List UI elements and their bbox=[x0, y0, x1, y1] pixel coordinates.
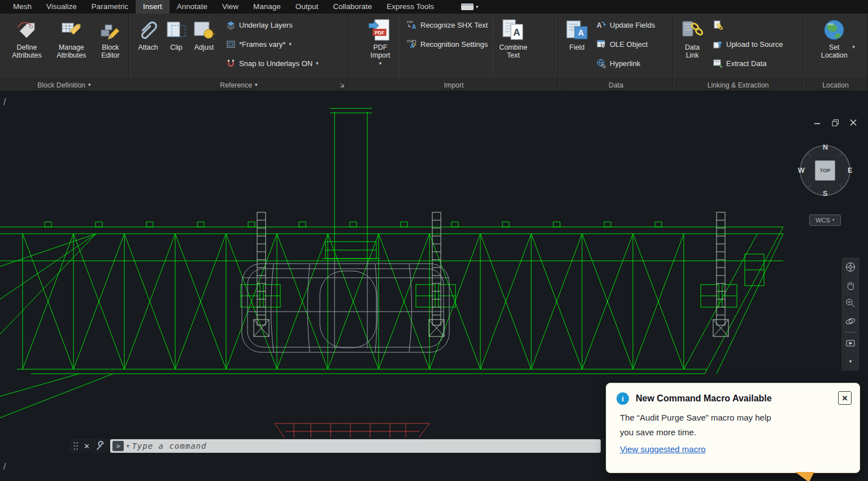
tab-annotate[interactable]: Annotate bbox=[170, 0, 215, 14]
set-location-button[interactable]: Set Location bbox=[816, 15, 852, 61]
attach-icon bbox=[136, 16, 160, 43]
svg-text:A: A bbox=[578, 28, 584, 37]
viewcube-north[interactable]: N bbox=[823, 143, 828, 151]
close-icon[interactable] bbox=[849, 119, 858, 126]
drawing-window-controls bbox=[813, 119, 858, 126]
ribbon-tab-bar: Mesh Visualize Parametric Insert Annotat… bbox=[0, 0, 868, 14]
showmotion-icon[interactable] bbox=[843, 336, 858, 351]
tab-view[interactable]: View bbox=[215, 0, 246, 14]
snap-to-underlays-button[interactable]: Snap to Underlays ON ▾ bbox=[223, 54, 322, 73]
ribbon-display-toggle[interactable]: ▾ bbox=[454, 0, 486, 14]
command-prompt-icon[interactable]: > bbox=[112, 441, 124, 451]
recognition-settings-button[interactable]: PDFA Recognition Settings bbox=[404, 34, 491, 54]
upload-to-source-icon bbox=[713, 39, 723, 49]
tab-insert[interactable]: Insert bbox=[136, 0, 170, 14]
field-button[interactable]: A Field bbox=[564, 15, 590, 53]
pan-hand-icon[interactable] bbox=[843, 278, 858, 292]
wcs-dropdown[interactable]: WCS ▾ bbox=[809, 215, 841, 226]
update-fields-icon: A bbox=[596, 20, 606, 30]
clipboard-link-icon bbox=[713, 20, 723, 30]
pdf-import-icon: PDF bbox=[367, 16, 393, 43]
svg-text:PDF: PDF bbox=[375, 29, 384, 35]
data-link-icon bbox=[679, 16, 705, 43]
ole-object-button[interactable]: OLE Object bbox=[593, 34, 658, 54]
recent-commands-chevron-icon[interactable]: ▾ bbox=[127, 444, 129, 449]
panel-title-location: Location bbox=[822, 81, 849, 89]
divider bbox=[844, 332, 857, 333]
zoom-icon[interactable] bbox=[843, 296, 858, 311]
view-suggested-macro-link[interactable]: View suggested macro bbox=[620, 444, 705, 454]
tab-express-tools[interactable]: Express Tools bbox=[379, 0, 441, 14]
info-icon: i bbox=[617, 392, 629, 405]
data-link-button[interactable]: Data Link bbox=[678, 15, 706, 61]
field-icon: A bbox=[565, 16, 589, 43]
frames-icon bbox=[226, 40, 236, 49]
recognize-shx-text-button[interactable]: PDFA Recognize SHX Text bbox=[404, 15, 491, 34]
adjust-icon bbox=[192, 16, 216, 43]
chevron-down-icon: ▾ bbox=[255, 82, 258, 88]
hyperlink-button[interactable]: Hyperlink bbox=[593, 54, 658, 73]
adjust-button[interactable]: Adjust bbox=[189, 15, 219, 53]
define-attributes-button[interactable]: Define Attributes bbox=[6, 15, 48, 61]
chevron-down-icon: ▾ bbox=[379, 61, 382, 66]
tab-visualize[interactable]: Visualize bbox=[39, 0, 84, 14]
linking-clipboard-button[interactable] bbox=[710, 15, 785, 34]
frames-vary-button[interactable]: *Frames vary* ▾ bbox=[223, 34, 322, 54]
extract-data-icon bbox=[713, 58, 723, 68]
orbit-icon[interactable] bbox=[843, 314, 858, 329]
chevron-down-icon: ▾ bbox=[316, 61, 319, 66]
full-navigation-wheel-icon[interactable] bbox=[843, 260, 858, 274]
svg-text:A: A bbox=[597, 21, 602, 29]
chevron-down-icon: ▾ bbox=[852, 45, 855, 50]
panel-import: PDF PDF Import ▾ PDFA Recognize SHX Text… bbox=[349, 14, 559, 91]
ribbon-panel-icon bbox=[461, 3, 474, 10]
command-close-icon[interactable]: ✕ bbox=[84, 442, 90, 451]
divider bbox=[399, 16, 400, 77]
tab-parametric[interactable]: Parametric bbox=[84, 0, 136, 14]
panel-location: Set Location ▾ Location bbox=[803, 14, 868, 91]
drawing-canvas[interactable]: / / N W E S TOP WCS ▾ ▾ ✕ > ▾ bbox=[0, 91, 868, 481]
dialog-launcher-icon[interactable] bbox=[339, 82, 345, 88]
attach-button[interactable]: Attach bbox=[133, 15, 163, 53]
svg-text:A: A bbox=[514, 27, 520, 38]
clip-button[interactable]: Clip bbox=[163, 15, 189, 53]
chevron-down-icon: ▾ bbox=[289, 42, 292, 47]
command-input[interactable] bbox=[132, 441, 598, 451]
tab-output[interactable]: Output bbox=[288, 0, 326, 14]
notification-close-icon[interactable]: ✕ bbox=[838, 391, 852, 405]
panel-title-block-definition[interactable]: Block Definition bbox=[37, 81, 85, 89]
viewcube-top-face[interactable]: TOP bbox=[815, 160, 835, 181]
navbar-chevron-down-icon[interactable]: ▾ bbox=[843, 354, 858, 369]
viewcube-south[interactable]: S bbox=[823, 190, 827, 198]
underlay-layers-button[interactable]: Underlay Layers bbox=[223, 15, 322, 34]
combine-text-button[interactable]: A Combine Text bbox=[496, 15, 531, 61]
panel-title-data: Data bbox=[609, 81, 623, 89]
extract-data-button[interactable]: Extract Data bbox=[710, 54, 785, 73]
command-grip-icon[interactable] bbox=[73, 441, 79, 451]
tab-mesh[interactable]: Mesh bbox=[6, 0, 39, 14]
command-field: > ▾ bbox=[110, 439, 601, 453]
panel-data: A Field A Update Fields OLE Object Hyper… bbox=[559, 14, 673, 91]
pdf-import-button[interactable]: PDF PDF Import ▾ bbox=[364, 15, 397, 67]
panel-title-reference[interactable]: Reference bbox=[220, 81, 252, 89]
notification-title: New Command Macro Available bbox=[636, 393, 772, 404]
tab-manage[interactable]: Manage bbox=[246, 0, 288, 14]
block-editor-button[interactable]: Block Editor bbox=[95, 15, 126, 61]
viewcube-east[interactable]: E bbox=[848, 167, 852, 174]
viewcube-west[interactable]: W bbox=[798, 167, 805, 174]
manage-attributes-button[interactable]: Manage Attributes bbox=[53, 15, 90, 61]
tab-collaborate[interactable]: Collaborate bbox=[326, 0, 379, 14]
mast-wireframe bbox=[322, 108, 380, 261]
restore-icon[interactable] bbox=[831, 119, 840, 126]
prompt-slash-top: / bbox=[3, 97, 6, 107]
update-fields-button[interactable]: A Update Fields bbox=[593, 15, 658, 34]
recognition-settings-icon: PDFA bbox=[407, 39, 417, 49]
chevron-down-icon: ▾ bbox=[476, 5, 479, 10]
block-editor-icon bbox=[99, 16, 121, 43]
navigation-bar: ▾ bbox=[841, 257, 860, 371]
divider bbox=[493, 16, 493, 77]
customize-wrench-icon[interactable] bbox=[95, 441, 105, 451]
upload-to-source-button[interactable]: Upload to Source bbox=[710, 34, 785, 54]
prompt-slash-bottom: / bbox=[3, 462, 6, 472]
minimize-icon[interactable] bbox=[813, 119, 822, 126]
